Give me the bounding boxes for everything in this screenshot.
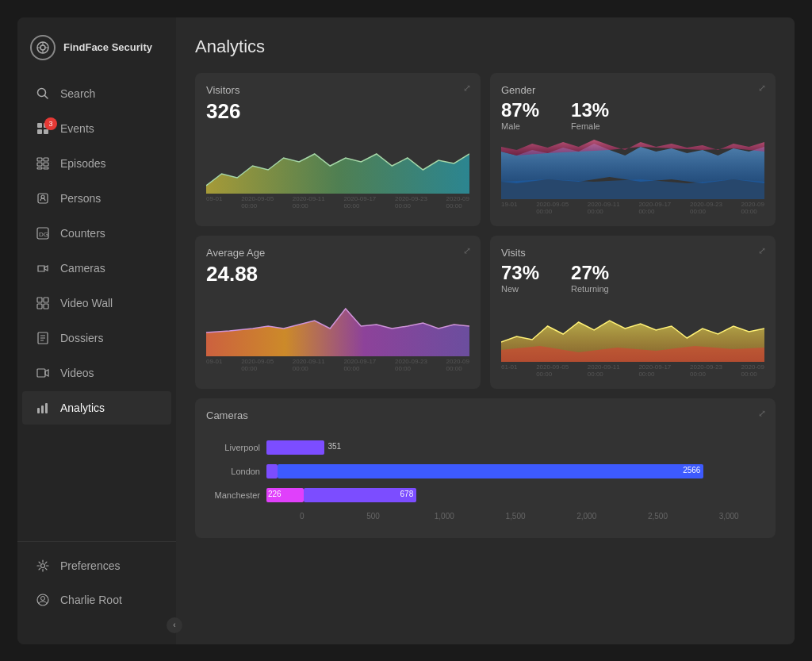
videowall-icon — [35, 295, 51, 311]
svg-rect-15 — [44, 163, 48, 166]
avg-age-chart-area — [206, 293, 469, 356]
user-avatar-icon — [35, 592, 51, 608]
axis-label-0: 0 — [266, 512, 338, 521]
sidebar-item-label: Charlie Root — [60, 594, 122, 606]
sidebar-item-cameras[interactable]: Cameras — [22, 252, 171, 285]
cameras-icon — [35, 260, 51, 276]
avg-age-chart-card: Average Age 24.88 ⤢ — [195, 236, 481, 389]
gender-male-pct: 87% — [501, 99, 539, 121]
sidebar-item-persons[interactable]: Persons — [22, 182, 171, 215]
axis-label-500: 500 — [338, 512, 409, 521]
sidebar: FindFace Security Search Events — [17, 17, 176, 644]
videos-icon — [35, 365, 51, 381]
visitors-chart-card: Visitors 326 ⤢ — [195, 73, 481, 226]
visits-new-label: New — [501, 284, 539, 294]
avg-age-expand-button[interactable]: ⤢ — [463, 245, 471, 256]
bar-value-liverpool: 351 — [327, 442, 341, 451]
visits-timeline: 61-01 2020-09-0500:00 2020-09-1100:00 20… — [501, 363, 764, 378]
avg-age-chart-title: Average Age — [206, 247, 469, 259]
axis-label-1500: 1,500 — [480, 512, 551, 521]
app-title: FindFace Security — [63, 41, 152, 53]
sidebar-item-label: Videos — [60, 367, 94, 379]
gender-chart-title: Gender — [501, 84, 764, 96]
visits-chart-title: Visits — [501, 247, 764, 259]
svg-rect-13 — [44, 158, 48, 161]
svg-rect-17 — [44, 167, 48, 169]
sidebar-item-preferences[interactable]: Preferences — [22, 549, 171, 582]
svg-point-19 — [41, 195, 44, 198]
svg-marker-37 — [206, 154, 469, 194]
axis-label-3000: 3,000 — [693, 512, 764, 521]
svg-rect-30 — [37, 369, 45, 377]
persons-icon — [35, 190, 51, 206]
bar-value-manchester-1: 226 — [268, 490, 282, 498]
bar-segment-liverpool: 351 — [266, 440, 324, 455]
bar-row-london: London 2566 — [206, 464, 764, 478]
svg-rect-31 — [37, 408, 40, 413]
cameras-bar-chart: Liverpool 351 London — [206, 434, 764, 527]
sidebar-item-counters[interactable]: DGS Counters — [22, 217, 171, 250]
visits-returning-stat: 27% Returning — [571, 262, 609, 294]
sidebar-item-user[interactable]: Charlie Root — [22, 583, 171, 617]
visits-returning-label: Returning — [571, 284, 609, 294]
bar-row-manchester: Manchester 226 678 — [206, 488, 764, 502]
sidebar-item-label: Analytics — [60, 402, 105, 414]
visits-new-pct: 73% — [501, 262, 539, 284]
axis-label-1000: 1,000 — [408, 512, 480, 521]
svg-rect-25 — [44, 304, 48, 309]
visits-chart-card: Visits ⤢ 73% New 27% Returning — [490, 236, 776, 389]
svg-rect-16 — [37, 167, 42, 169]
gender-expand-button[interactable]: ⤢ — [758, 83, 766, 94]
sidebar-collapse-button[interactable]: ‹ — [167, 617, 182, 633]
axis-label-2500: 2,500 — [622, 512, 694, 521]
bar-label-london: London — [206, 467, 260, 476]
svg-text:DGS: DGS — [39, 231, 49, 238]
gender-female-label: Female — [571, 121, 609, 131]
svg-rect-8 — [37, 123, 42, 128]
svg-rect-32 — [41, 405, 44, 413]
sidebar-item-label: Cameras — [60, 262, 105, 275]
gender-female-stat: 13% Female — [571, 99, 609, 131]
bar-track-liverpool: 351 — [266, 440, 764, 455]
gender-chart-card: Gender ⤢ 87% Male 13% Female — [490, 73, 776, 226]
bar-label-manchester: Manchester — [206, 490, 260, 500]
sidebar-item-events[interactable]: Events 3 — [22, 112, 171, 145]
sidebar-item-analytics[interactable]: Analytics — [22, 391, 171, 425]
bar-label-liverpool: Liverpool — [206, 443, 260, 452]
bar-track-london: 2566 — [266, 464, 764, 478]
sidebar-logo: FindFace Security — [17, 25, 176, 76]
cameras-expand-button[interactable]: ⤢ — [758, 408, 766, 419]
sidebar-bottom: Preferences Charlie Root — [17, 541, 176, 617]
avg-age-timeline: 09-01 2020-09-0500:00 2020-09-1100:00 20… — [206, 358, 469, 372]
gender-timeline: 19-01 2020-09-0500:00 2020-09-1100:00 20… — [501, 201, 764, 215]
sidebar-collapse-area: ‹ — [17, 617, 176, 633]
bar-segments-manchester: 226 678 — [266, 488, 764, 502]
sidebar-item-search[interactable]: Search — [22, 77, 171, 110]
visitors-expand-button[interactable]: ⤢ — [463, 83, 471, 94]
svg-line-7 — [45, 95, 48, 98]
gender-male-stat: 87% Male — [501, 99, 539, 131]
sidebar-item-label: Events — [60, 122, 94, 135]
bar-segments-london: 2566 — [266, 464, 764, 478]
sidebar-item-label: Video Wall — [60, 297, 113, 309]
avg-age-chart-value: 24.88 — [206, 262, 469, 286]
visitors-timeline: 09-01 2020-09-0500:00 2020-09-1100:00 20… — [206, 195, 469, 209]
bar-segment-london-1 — [266, 464, 278, 478]
sidebar-item-episodes[interactable]: Episodes — [22, 147, 171, 180]
svg-point-36 — [41, 596, 45, 600]
cameras-axis: 0 500 1,000 1,500 2,000 2,500 3,000 — [266, 512, 764, 521]
gender-male-label: Male — [501, 121, 539, 131]
svg-rect-14 — [37, 163, 42, 166]
sidebar-item-videowall[interactable]: Video Wall — [22, 286, 171, 320]
bar-value-london: 2566 — [683, 466, 700, 475]
bar-value-manchester-2: 678 — [400, 490, 414, 498]
svg-rect-22 — [37, 298, 42, 302]
gender-female-pct: 13% — [571, 99, 609, 121]
bar-row-liverpool: Liverpool 351 — [206, 440, 764, 455]
bar-segment-london-2: 2566 — [278, 464, 703, 478]
svg-rect-24 — [37, 304, 42, 309]
page-title: Analytics — [195, 37, 776, 57]
sidebar-item-videos[interactable]: Videos — [22, 356, 171, 390]
visits-expand-button[interactable]: ⤢ — [758, 245, 766, 256]
sidebar-item-dossiers[interactable]: Dossiers — [22, 321, 171, 355]
